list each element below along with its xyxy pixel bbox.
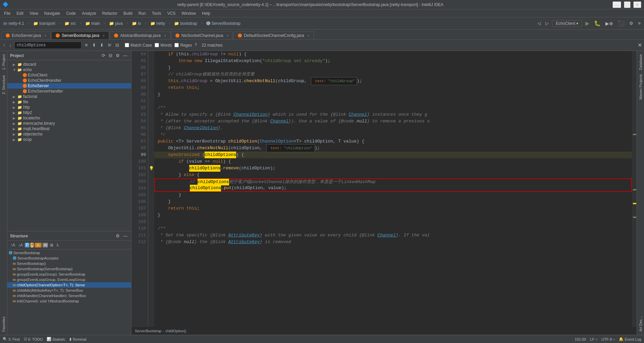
menu-file[interactable]: File xyxy=(1,10,13,16)
menu-view[interactable]: View xyxy=(27,10,41,16)
tab-close-niosocketchannel[interactable]: × xyxy=(226,34,228,38)
tab-abstractbootstrap[interactable]: AbstractBootstrap.java × xyxy=(110,32,170,39)
sort-alpha-asc[interactable]: ↑A xyxy=(9,242,16,248)
struct-item-childoption[interactable]: m childOption(ChannelOption<T>, T): Serv… xyxy=(7,282,131,288)
struct-btn-lambda[interactable]: λ xyxy=(55,242,59,248)
search-filter[interactable]: ⊟ xyxy=(114,42,120,48)
tree-item-echoserver[interactable]: EchoServer xyxy=(7,83,131,89)
struct-item-serverbootstrap[interactable]: 🅒 ServerBootstrap xyxy=(7,250,131,255)
menu-tools[interactable]: Tools xyxy=(149,10,164,16)
struct-item-group1[interactable]: m group(EventLoopGroup): ServerBootstrap xyxy=(7,272,131,277)
menu-edit[interactable]: Edit xyxy=(14,10,26,16)
tree-item-objectecho[interactable]: ▶ 📁 objectecho xyxy=(7,131,131,137)
breadcrumb-netty[interactable]: 📁 netty xyxy=(149,20,166,26)
lightbulb-icon[interactable]: 💡 xyxy=(149,166,154,171)
search-next-button[interactable]: ↓ xyxy=(8,42,13,48)
tab-niosocketchannel[interactable]: NioSocketChannel.java × xyxy=(171,32,233,39)
struct-item-childattr[interactable]: m childAttr(AttributeKey<T>, T): ServerB… xyxy=(7,288,131,293)
gutter-101[interactable]: 💡 xyxy=(148,165,154,172)
coverage-button[interactable]: ▶⊕ xyxy=(604,20,614,27)
tree-item-echoclienthandler[interactable]: EchoClientHandler xyxy=(7,78,131,83)
vtab-artdec[interactable]: Art Dec... xyxy=(638,314,644,334)
breadcrumb-src[interactable]: 📁 src xyxy=(63,20,77,26)
code-lines[interactable]: if (this.childGroup != null) { throw new… xyxy=(154,51,632,327)
struct-btn-m[interactable]: m xyxy=(43,243,48,247)
menu-help[interactable]: Help xyxy=(199,10,213,16)
tab-serverbootstrap[interactable]: ServerBootstrap.java × xyxy=(51,32,109,39)
search-clear-button[interactable]: ✕ xyxy=(84,42,89,48)
breadcrumb-io[interactable]: 📁 io xyxy=(130,20,143,26)
words-option[interactable]: Words xyxy=(155,43,172,48)
search-nav-up[interactable]: ⬆ xyxy=(91,42,97,48)
tab-close-serverbootstrap[interactable]: × xyxy=(103,34,105,38)
stop-button[interactable]: ⬛ xyxy=(616,19,626,27)
search-close-button[interactable]: ✕ xyxy=(638,42,642,48)
tab-echoserver[interactable]: EchoServer.java × xyxy=(1,32,51,39)
panel-collapse-button[interactable]: ⊟ xyxy=(108,53,113,58)
menu-analyze[interactable]: Analyze xyxy=(79,10,99,16)
minimize-button[interactable]: — xyxy=(612,1,621,8)
vtab-project[interactable]: 1: Project xyxy=(1,52,7,72)
event-log[interactable]: 🔔 Event Log xyxy=(619,337,641,341)
maximize-button[interactable]: □ xyxy=(624,1,631,8)
structure-settings-button[interactable]: ⚙ xyxy=(115,233,121,239)
struct-item-acceptor[interactable]: 🅒 ServerBootstrapAcceptor xyxy=(7,255,131,261)
menu-refactor[interactable]: Refactor xyxy=(100,10,120,16)
vtab-structure-z[interactable]: Z: Structure xyxy=(1,73,7,96)
match-case-option[interactable]: Match Case xyxy=(125,43,152,48)
struct-btn-lock[interactable]: 🔒 xyxy=(35,243,42,247)
tab-close-echoserver[interactable]: × xyxy=(44,34,46,38)
tree-item-memcache[interactable]: ▶ 📁 memcache.binary xyxy=(7,121,131,126)
encoding-status[interactable]: UTF-8 ÷ xyxy=(601,337,615,341)
regex-checkbox[interactable] xyxy=(174,43,179,47)
terminal-status[interactable]: ▮ Terminal xyxy=(69,337,87,341)
panel-minimize-button[interactable]: — xyxy=(122,53,128,58)
breadcrumb-netty41[interactable]: 🗁 netty-4.1 xyxy=(2,20,25,26)
menu-navigate[interactable]: Navigate xyxy=(42,10,63,16)
struct-item-childhandler[interactable]: m childHandler(ChannelHandler): ServerBo… xyxy=(7,293,131,298)
panel-settings-button[interactable]: ⚙ xyxy=(115,53,121,58)
sort-alpha-desc[interactable]: ↓A xyxy=(17,242,24,248)
find-status[interactable]: 🔍 3: Find xyxy=(3,337,20,341)
struct-btn-p[interactable]: P xyxy=(25,243,30,247)
vtab-favorites[interactable]: Favorites xyxy=(1,315,7,334)
tab-close-abstractbootstrap[interactable]: × xyxy=(164,34,166,38)
tree-item-http[interactable]: ▶ 📁 http xyxy=(7,105,131,110)
panel-sync-button[interactable]: ⟳ xyxy=(101,53,106,58)
match-case-checkbox[interactable] xyxy=(125,43,129,47)
tree-item-mqtt[interactable]: ▶ 📁 mqtt.heartBeat xyxy=(7,126,131,131)
tree-item-file[interactable]: ▶ 📁 file xyxy=(7,99,131,105)
breadcrumb-serverbootstrap[interactable]: ServerBootstrap xyxy=(135,329,161,333)
tree-item-factorial[interactable]: ▶ 📁 factorial xyxy=(7,94,131,99)
breadcrumb-main[interactable]: 📁 main xyxy=(84,20,101,26)
tab-close-defaultsocketchannelconfig[interactable]: × xyxy=(308,34,310,38)
breadcrumb-bootstrap[interactable]: 📁 bootstrap xyxy=(173,20,198,26)
lf-status[interactable]: LF ÷ xyxy=(590,337,597,341)
tree-item-http2[interactable]: ▶ 📁 http2 xyxy=(7,110,131,115)
breadcrumb-serverbootstrap[interactable]: 🅒 ServerBootstrap xyxy=(205,20,242,26)
tree-item-echoclient[interactable]: EchoClient xyxy=(7,72,131,78)
tree-item-echo[interactable]: ▼ 📂 echo xyxy=(7,67,131,72)
menu-code[interactable]: Code xyxy=(63,10,78,16)
vtab-database[interactable]: Database xyxy=(638,52,644,72)
struct-item-constructor1[interactable]: m ServerBootstrap() xyxy=(7,261,131,266)
todo-status[interactable]: ☑ 6: TODO xyxy=(24,337,43,341)
close-button[interactable]: ✕ xyxy=(633,1,641,8)
regex-option[interactable]: Regex xyxy=(174,43,192,48)
search-input[interactable] xyxy=(14,42,82,49)
search-nav-down[interactable]: ⬇ xyxy=(99,42,105,48)
tree-item-ocsp[interactable]: ▶ 📁 ocsp xyxy=(7,137,131,142)
back-button[interactable]: ◁ xyxy=(536,20,542,26)
forward-button[interactable]: ▷ xyxy=(544,20,550,26)
tree-item-echoserverhandler[interactable]: EchoServerHandler xyxy=(7,89,131,94)
breadcrumb-childoption[interactable]: childOption() xyxy=(165,329,186,333)
tree-item-localecho[interactable]: ▶ 📁 localecho xyxy=(7,115,131,121)
statistic-status[interactable]: 📊 Statistic xyxy=(47,337,65,341)
breadcrumb-java[interactable]: 📁 java xyxy=(108,20,124,26)
struct-btn-f[interactable]: f xyxy=(31,243,34,247)
tab-defaultsocketchannelconfig[interactable]: DefaultSocketChannelConfig.java × xyxy=(233,32,314,39)
struct-item-init[interactable]: m init(Channel): void †AbstractBootstrap xyxy=(7,298,131,304)
run-config-selector[interactable]: EchoClient ▾ xyxy=(552,20,582,27)
menu-run[interactable]: Run xyxy=(136,10,149,16)
menu-vcs[interactable]: VCS xyxy=(165,10,178,16)
